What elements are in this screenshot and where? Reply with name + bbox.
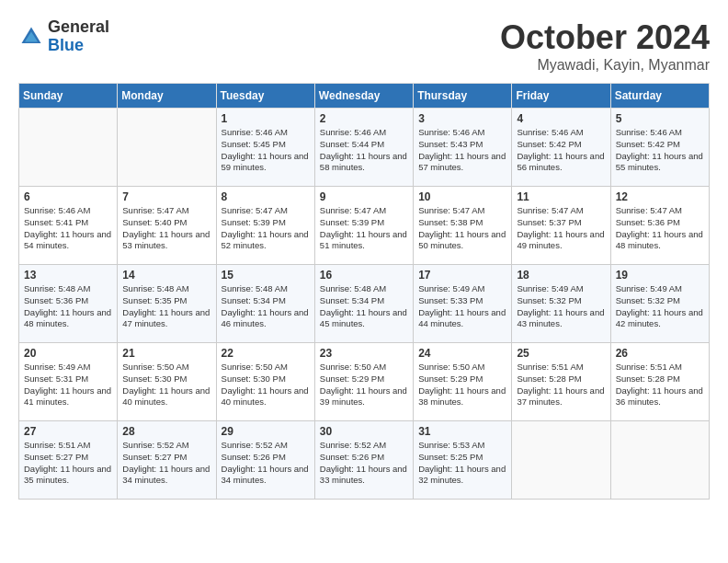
calendar-cell: 9 Sunrise: 5:47 AMSunset: 5:39 PMDayligh… xyxy=(314,187,413,265)
col-thursday: Thursday xyxy=(414,84,512,109)
day-info: Sunrise: 5:53 AMSunset: 5:25 PMDaylight:… xyxy=(418,440,506,487)
day-info: Sunrise: 5:46 AMSunset: 5:42 PMDaylight:… xyxy=(517,127,605,174)
day-number: 25 xyxy=(517,347,605,360)
calendar-cell: 25 Sunrise: 5:51 AMSunset: 5:28 PMDaylig… xyxy=(512,343,610,421)
calendar-cell: 16 Sunrise: 5:48 AMSunset: 5:34 PMDaylig… xyxy=(314,265,413,343)
day-info: Sunrise: 5:48 AMSunset: 5:35 PMDaylight:… xyxy=(122,283,210,330)
calendar-cell xyxy=(118,109,216,187)
day-number: 24 xyxy=(418,347,506,360)
calendar-cell: 26 Sunrise: 5:51 AMSunset: 5:28 PMDaylig… xyxy=(610,343,709,421)
logo-blue: Blue xyxy=(48,37,109,55)
calendar-cell: 31 Sunrise: 5:53 AMSunset: 5:25 PMDaylig… xyxy=(414,421,512,500)
day-info: Sunrise: 5:52 AMSunset: 5:26 PMDaylight:… xyxy=(222,440,310,487)
calendar-header-row: Sunday Monday Tuesday Wednesday Thursday… xyxy=(19,84,710,109)
day-number: 8 xyxy=(222,190,310,203)
calendar-cell: 12 Sunrise: 5:47 AMSunset: 5:36 PMDaylig… xyxy=(610,187,709,265)
day-info: Sunrise: 5:51 AMSunset: 5:28 PMDaylight:… xyxy=(517,362,605,408)
day-info: Sunrise: 5:49 AMSunset: 5:32 PMDaylight:… xyxy=(517,283,605,330)
calendar-table: Sunday Monday Tuesday Wednesday Thursday… xyxy=(18,83,710,500)
day-info: Sunrise: 5:47 AMSunset: 5:36 PMDaylight:… xyxy=(616,205,704,252)
day-info: Sunrise: 5:50 AMSunset: 5:29 PMDaylight:… xyxy=(320,362,408,408)
day-number: 14 xyxy=(122,269,210,282)
calendar-week-row: 1 Sunrise: 5:46 AMSunset: 5:45 PMDayligh… xyxy=(19,109,710,187)
calendar-cell: 24 Sunrise: 5:50 AMSunset: 5:29 PMDaylig… xyxy=(414,343,512,421)
col-tuesday: Tuesday xyxy=(216,84,314,109)
calendar-cell: 17 Sunrise: 5:49 AMSunset: 5:33 PMDaylig… xyxy=(414,265,512,343)
day-number: 10 xyxy=(418,190,506,203)
calendar-cell: 3 Sunrise: 5:46 AMSunset: 5:43 PMDayligh… xyxy=(414,109,512,187)
day-info: Sunrise: 5:46 AMSunset: 5:42 PMDaylight:… xyxy=(616,127,704,174)
calendar-cell: 22 Sunrise: 5:50 AMSunset: 5:30 PMDaylig… xyxy=(216,343,314,421)
day-number: 21 xyxy=(122,347,210,360)
calendar-cell: 21 Sunrise: 5:50 AMSunset: 5:30 PMDaylig… xyxy=(118,343,216,421)
col-sunday: Sunday xyxy=(19,84,118,109)
calendar-cell: 14 Sunrise: 5:48 AMSunset: 5:35 PMDaylig… xyxy=(118,265,216,343)
day-number: 27 xyxy=(24,425,112,438)
day-info: Sunrise: 5:46 AMSunset: 5:45 PMDaylight:… xyxy=(222,127,310,174)
col-monday: Monday xyxy=(118,84,216,109)
calendar-cell: 28 Sunrise: 5:52 AMSunset: 5:27 PMDaylig… xyxy=(118,421,216,500)
day-info: Sunrise: 5:51 AMSunset: 5:28 PMDaylight:… xyxy=(616,362,704,408)
calendar-cell: 23 Sunrise: 5:50 AMSunset: 5:29 PMDaylig… xyxy=(314,343,413,421)
calendar-cell: 19 Sunrise: 5:49 AMSunset: 5:32 PMDaylig… xyxy=(610,265,709,343)
day-info: Sunrise: 5:47 AMSunset: 5:39 PMDaylight:… xyxy=(320,205,408,252)
calendar-cell: 8 Sunrise: 5:47 AMSunset: 5:39 PMDayligh… xyxy=(216,187,314,265)
day-info: Sunrise: 5:47 AMSunset: 5:40 PMDaylight:… xyxy=(122,205,210,252)
calendar-cell: 4 Sunrise: 5:46 AMSunset: 5:42 PMDayligh… xyxy=(512,109,610,187)
day-info: Sunrise: 5:48 AMSunset: 5:36 PMDaylight:… xyxy=(24,283,112,330)
day-number: 19 xyxy=(616,269,704,282)
day-number: 28 xyxy=(122,425,210,438)
day-number: 18 xyxy=(517,269,605,282)
col-friday: Friday xyxy=(512,84,610,109)
day-info: Sunrise: 5:46 AMSunset: 5:41 PMDaylight:… xyxy=(24,205,112,252)
calendar-week-row: 20 Sunrise: 5:49 AMSunset: 5:31 PMDaylig… xyxy=(19,343,710,421)
calendar-cell xyxy=(512,421,610,500)
day-number: 7 xyxy=(122,190,210,203)
day-info: Sunrise: 5:47 AMSunset: 5:37 PMDaylight:… xyxy=(517,205,605,252)
day-number: 20 xyxy=(24,347,112,360)
calendar-cell: 15 Sunrise: 5:48 AMSunset: 5:34 PMDaylig… xyxy=(216,265,314,343)
day-number: 15 xyxy=(222,269,310,282)
day-number: 31 xyxy=(418,425,506,438)
day-info: Sunrise: 5:51 AMSunset: 5:27 PMDaylight:… xyxy=(24,440,112,487)
day-number: 11 xyxy=(517,190,605,203)
calendar-cell: 30 Sunrise: 5:52 AMSunset: 5:26 PMDaylig… xyxy=(314,421,413,500)
day-info: Sunrise: 5:50 AMSunset: 5:30 PMDaylight:… xyxy=(122,362,210,408)
day-number: 22 xyxy=(222,347,310,360)
day-info: Sunrise: 5:46 AMSunset: 5:43 PMDaylight:… xyxy=(418,127,506,174)
day-info: Sunrise: 5:49 AMSunset: 5:31 PMDaylight:… xyxy=(24,362,112,408)
day-number: 3 xyxy=(418,112,506,125)
calendar-cell: 2 Sunrise: 5:46 AMSunset: 5:44 PMDayligh… xyxy=(314,109,413,187)
day-info: Sunrise: 5:49 AMSunset: 5:32 PMDaylight:… xyxy=(616,283,704,330)
day-info: Sunrise: 5:46 AMSunset: 5:44 PMDaylight:… xyxy=(320,127,408,174)
calendar-week-row: 6 Sunrise: 5:46 AMSunset: 5:41 PMDayligh… xyxy=(19,187,710,265)
day-number: 12 xyxy=(616,190,704,203)
day-number: 9 xyxy=(320,190,408,203)
day-info: Sunrise: 5:47 AMSunset: 5:39 PMDaylight:… xyxy=(222,205,310,252)
calendar-week-row: 13 Sunrise: 5:48 AMSunset: 5:36 PMDaylig… xyxy=(19,265,710,343)
calendar-cell: 13 Sunrise: 5:48 AMSunset: 5:36 PMDaylig… xyxy=(19,265,118,343)
day-info: Sunrise: 5:48 AMSunset: 5:34 PMDaylight:… xyxy=(320,283,408,330)
day-number: 23 xyxy=(320,347,408,360)
calendar-cell: 29 Sunrise: 5:52 AMSunset: 5:26 PMDaylig… xyxy=(216,421,314,500)
calendar-cell: 10 Sunrise: 5:47 AMSunset: 5:38 PMDaylig… xyxy=(414,187,512,265)
calendar-week-row: 27 Sunrise: 5:51 AMSunset: 5:27 PMDaylig… xyxy=(19,421,710,500)
calendar-cell: 18 Sunrise: 5:49 AMSunset: 5:32 PMDaylig… xyxy=(512,265,610,343)
day-number: 2 xyxy=(320,112,408,125)
day-number: 1 xyxy=(222,112,310,125)
day-number: 17 xyxy=(418,269,506,282)
day-info: Sunrise: 5:50 AMSunset: 5:30 PMDaylight:… xyxy=(222,362,310,408)
title-block: October 2024 Myawadi, Kayin, Myanmar xyxy=(500,18,710,74)
day-info: Sunrise: 5:48 AMSunset: 5:34 PMDaylight:… xyxy=(222,283,310,330)
logo-text: General Blue xyxy=(48,18,109,55)
day-info: Sunrise: 5:52 AMSunset: 5:26 PMDaylight:… xyxy=(320,440,408,487)
month-title: October 2024 xyxy=(500,18,710,57)
logo-general: General xyxy=(48,18,109,37)
calendar-cell: 27 Sunrise: 5:51 AMSunset: 5:27 PMDaylig… xyxy=(19,421,118,500)
day-number: 26 xyxy=(616,347,704,360)
day-number: 5 xyxy=(616,112,704,125)
day-number: 13 xyxy=(24,269,112,282)
calendar-cell: 7 Sunrise: 5:47 AMSunset: 5:40 PMDayligh… xyxy=(118,187,216,265)
day-info: Sunrise: 5:50 AMSunset: 5:29 PMDaylight:… xyxy=(418,362,506,408)
calendar-cell: 1 Sunrise: 5:46 AMSunset: 5:45 PMDayligh… xyxy=(216,109,314,187)
